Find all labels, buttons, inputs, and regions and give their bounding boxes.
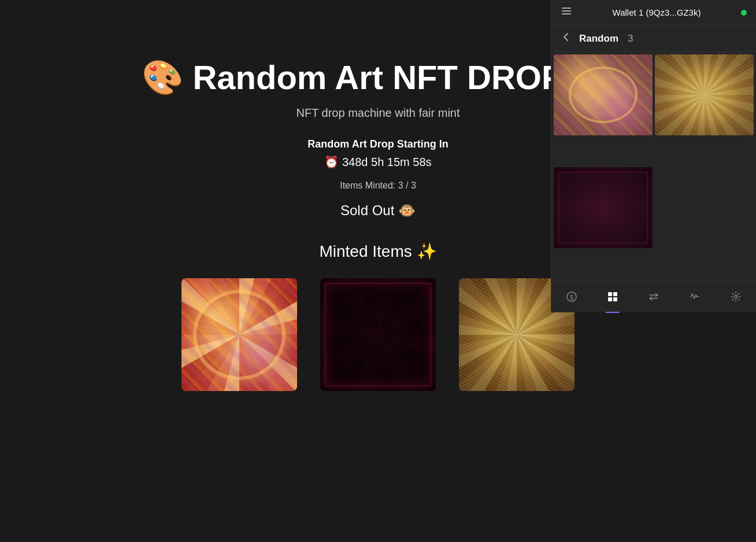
wallet-nav-settings-button[interactable] (723, 285, 748, 308)
svg-point-9 (734, 295, 737, 298)
wallet-status-dot (741, 10, 747, 16)
nft-card-1[interactable] (181, 278, 297, 391)
nft-grid (181, 278, 575, 391)
svg-text:$: $ (570, 294, 573, 301)
sold-out-text: Sold Out 🐵 (340, 202, 416, 219)
wallet-nav-transfer-button[interactable] (641, 285, 666, 308)
page-title: 🎨 Random Art NFT DROP 🎨 (142, 58, 614, 97)
wallet-nav-activity-button[interactable] (682, 285, 707, 308)
menu-icon[interactable] (561, 5, 572, 20)
svg-rect-6 (613, 292, 617, 296)
thumbnail-1[interactable] (554, 54, 653, 135)
back-button[interactable] (561, 31, 572, 46)
wallet-nav-count: 3 (628, 33, 633, 45)
svg-rect-8 (613, 297, 617, 301)
wallet-nav-dollar-button[interactable]: $ (559, 285, 584, 308)
wallet-title: Wallet 1 (9Qz3...GZ3k) (613, 8, 701, 17)
wallet-panel: Wallet 1 (9Qz3...GZ3k) Random 3 $ (551, 0, 756, 312)
svg-rect-1 (562, 10, 571, 12)
thumbnail-3[interactable] (554, 167, 653, 248)
svg-rect-5 (608, 292, 612, 296)
nft-card-2[interactable] (320, 278, 436, 391)
nft-thumbnails (551, 52, 756, 280)
countdown-timer: ⏰ 348d 5h 15m 58s (324, 155, 431, 169)
wallet-bottom-nav: $ (551, 280, 756, 312)
svg-rect-0 (562, 8, 571, 9)
wallet-nav-grid-button[interactable] (600, 285, 625, 308)
svg-rect-7 (608, 297, 612, 301)
items-minted: Items Minted: 3 / 3 (340, 180, 416, 191)
minted-items-heading: Minted Items ✨ (319, 242, 436, 261)
wallet-header: Wallet 1 (9Qz3...GZ3k) (551, 0, 756, 25)
wallet-nav-title: Random (579, 33, 618, 45)
wallet-nav: Random 3 (551, 25, 756, 52)
countdown-label: Random Art Drop Starting In (307, 138, 448, 150)
thumbnail-2[interactable] (655, 54, 754, 135)
svg-rect-2 (562, 13, 571, 14)
page-subtitle: NFT drop machine with fair mint (296, 106, 459, 120)
